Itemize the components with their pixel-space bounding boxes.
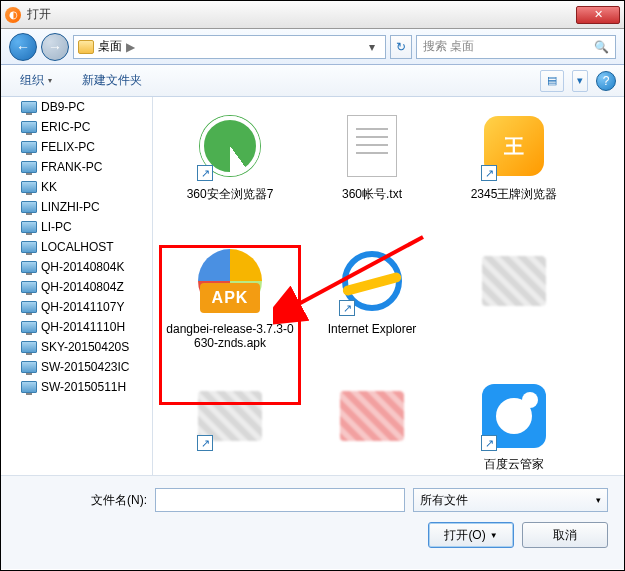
shortcut-overlay-icon: ↗ (481, 165, 497, 181)
footer: 文件名(N): 所有文件 ▾ 打开(O) ▼ 取消 (1, 475, 624, 569)
computer-icon (21, 241, 37, 253)
tree-item[interactable]: SW-20150423IC (1, 357, 152, 377)
refresh-button[interactable]: ↻ (390, 35, 412, 59)
forward-button[interactable]: → (41, 33, 69, 61)
file-item[interactable]: 360帐号.txt (301, 103, 443, 238)
titlebar: ◐ 打开 ✕ (1, 1, 624, 29)
file-item-label: Internet Explorer (328, 322, 417, 336)
computer-icon (21, 301, 37, 313)
tree-item-label: LI-PC (41, 220, 72, 234)
tree-item-label: ERIC-PC (41, 120, 90, 134)
computer-icon (21, 141, 37, 153)
computer-icon (21, 381, 37, 393)
tree-item[interactable]: LINZHI-PC (1, 197, 152, 217)
file-item[interactable] (301, 373, 443, 475)
back-button[interactable]: ← (9, 33, 37, 61)
blurred-icon (335, 379, 409, 453)
computer-icon (21, 101, 37, 113)
cancel-button[interactable]: 取消 (522, 522, 608, 548)
computer-icon (21, 161, 37, 173)
tree-item[interactable]: FRANK-PC (1, 157, 152, 177)
close-button[interactable]: ✕ (576, 6, 620, 24)
tree-item[interactable]: QH-20140804Z (1, 277, 152, 297)
search-box[interactable]: 搜索 桌面 🔍 (416, 35, 616, 59)
file-item-label: 百度云管家 (484, 457, 544, 471)
refresh-icon: ↻ (396, 40, 406, 54)
file-item-label: 360帐号.txt (342, 187, 402, 201)
shortcut-overlay-icon: ↗ (197, 165, 213, 181)
shortcut-overlay-icon: ↗ (481, 435, 497, 451)
arrow-right-icon: → (48, 39, 62, 55)
tree-item[interactable]: LI-PC (1, 217, 152, 237)
file-item[interactable]: ↗ (159, 373, 301, 475)
shortcut-overlay-icon: ↗ (339, 300, 355, 316)
filename-input[interactable] (155, 488, 405, 512)
tree-item-label: SW-20150423IC (41, 360, 130, 374)
computer-icon (21, 361, 37, 373)
blurred-icon: ↗ (193, 379, 267, 453)
body: DB9-PCERIC-PCFELIX-PCFRANK-PCKKLINZHI-PC… (1, 97, 624, 475)
tree-item[interactable]: SW-20150511H (1, 377, 152, 397)
chevron-down-icon: ▾ (596, 495, 601, 505)
file-type-filter[interactable]: 所有文件 ▾ (413, 488, 608, 512)
folder-tree[interactable]: DB9-PCERIC-PCFELIX-PCFRANK-PCKKLINZHI-PC… (1, 97, 153, 475)
tree-item[interactable]: LOCALHOST (1, 237, 152, 257)
search-placeholder: 搜索 桌面 (423, 38, 474, 55)
tree-item[interactable]: QH-20140804K (1, 257, 152, 277)
address-dropdown-icon[interactable]: ▾ (363, 40, 381, 54)
computer-icon (21, 201, 37, 213)
file-item[interactable]: ↗360安全浏览器7 (159, 103, 301, 238)
help-icon: ? (603, 74, 610, 88)
file-item[interactable] (443, 238, 585, 373)
tree-item-label: SW-20150511H (41, 380, 126, 394)
computer-icon (21, 221, 37, 233)
folder-icon (78, 40, 94, 54)
organize-button[interactable]: 组织 ▾ (9, 67, 63, 94)
tree-item-label: DB9-PC (41, 100, 85, 114)
file-item[interactable]: ↗Internet Explorer (301, 238, 443, 373)
tree-item[interactable]: FELIX-PC (1, 137, 152, 157)
file-list[interactable]: ↗360安全浏览器7360帐号.txt王↗2345王牌浏览器APKdangbei… (153, 97, 624, 475)
file-item[interactable]: 王↗2345王牌浏览器 (443, 103, 585, 238)
internet-explorer-icon: ↗ (335, 244, 409, 318)
new-folder-button[interactable]: 新建文件夹 (71, 67, 153, 94)
help-button[interactable]: ? (596, 71, 616, 91)
file-item-label: dangbei-release-3.7.3-0630-znds.apk (165, 322, 295, 350)
tree-item[interactable]: ERIC-PC (1, 117, 152, 137)
blurred-icon (477, 244, 551, 318)
2345-browser-icon: 王↗ (477, 109, 551, 183)
tree-item[interactable]: DB9-PC (1, 97, 152, 117)
app-icon: ◐ (5, 7, 21, 23)
apk-file-icon: APK (193, 244, 267, 318)
file-item[interactable]: APKdangbei-release-3.7.3-0630-znds.apk (159, 238, 301, 373)
360-browser-icon: ↗ (193, 109, 267, 183)
open-button[interactable]: 打开(O) ▼ (428, 522, 514, 548)
tree-item-label: QH-20141110H (41, 320, 125, 334)
address-bar[interactable]: 桌面 ▶ ▾ (73, 35, 386, 59)
computer-icon (21, 281, 37, 293)
crumb-sep-icon: ▶ (126, 40, 135, 54)
tree-item-label: QH-20141107Y (41, 300, 124, 314)
tree-item[interactable]: QH-20141110H (1, 317, 152, 337)
tree-item-label: QH-20140804K (41, 260, 124, 274)
open-dialog: ◐ 打开 ✕ ← → 桌面 ▶ ▾ ↻ 搜索 桌面 🔍 组织 ▾ 新建文件夹 ▤… (0, 0, 625, 571)
file-item[interactable]: ↗百度云管家 (443, 373, 585, 475)
chevron-down-icon: ▾ (48, 76, 52, 85)
tree-item-label: LINZHI-PC (41, 200, 100, 214)
tree-item-label: FRANK-PC (41, 160, 102, 174)
view-mode-button[interactable]: ▤ (540, 70, 564, 92)
toolbar: 组织 ▾ 新建文件夹 ▤ ▾ ? (1, 65, 624, 97)
view-mode-dropdown[interactable]: ▾ (572, 70, 588, 92)
file-item-label: 360安全浏览器7 (187, 187, 274, 201)
location-text: 桌面 (98, 38, 122, 55)
tree-item[interactable]: QH-20141107Y (1, 297, 152, 317)
tree-item-label: SKY-20150420S (41, 340, 129, 354)
chevron-down-icon: ▼ (490, 531, 498, 540)
tree-item[interactable]: SKY-20150420S (1, 337, 152, 357)
tree-item[interactable]: KK (1, 177, 152, 197)
computer-icon (21, 321, 37, 333)
file-item-label: 2345王牌浏览器 (471, 187, 558, 201)
nav-row: ← → 桌面 ▶ ▾ ↻ 搜索 桌面 🔍 (1, 29, 624, 65)
tree-item-label: FELIX-PC (41, 140, 95, 154)
shortcut-overlay-icon: ↗ (197, 435, 213, 451)
